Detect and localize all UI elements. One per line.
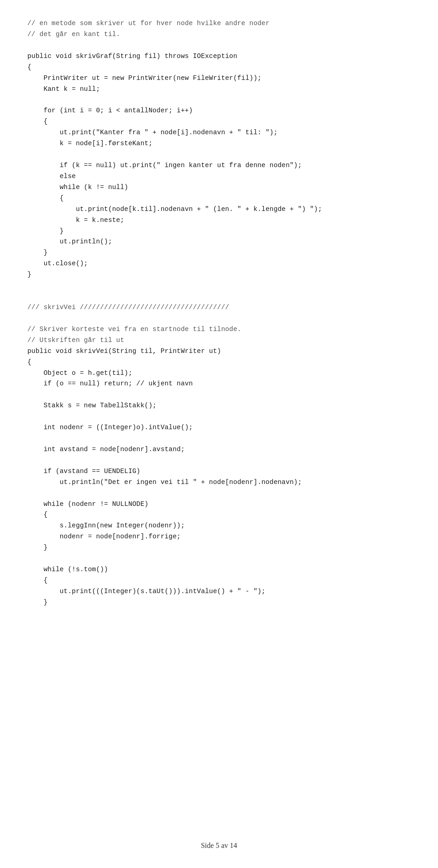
- code-block: // en metode som skriver ut for hver nod…: [27, 18, 411, 608]
- page-number: Side 5 av 14: [201, 842, 237, 849]
- page-footer: Side 5 av 14: [0, 842, 438, 850]
- page-container: // en metode som skriver ut for hver nod…: [0, 0, 438, 868]
